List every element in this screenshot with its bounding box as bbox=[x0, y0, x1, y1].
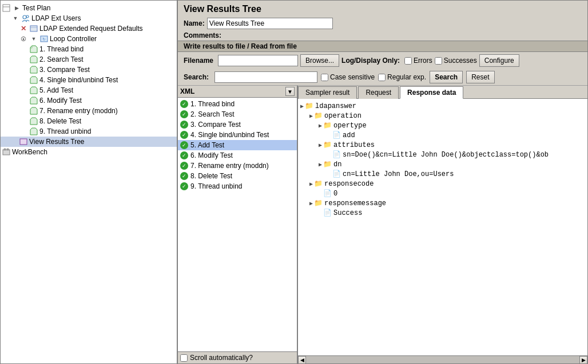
tree-item-single-bind[interactable]: 4. Single bind/unbind Test bbox=[1, 75, 177, 85]
result-tree-item-sn[interactable]: 📄 sn=Doe()&cn=Little John Doe()&objectcl… bbox=[300, 150, 585, 159]
xml-item-label: 9. Thread unbind bbox=[190, 182, 243, 190]
successes-checkbox-label[interactable]: Successes bbox=[435, 57, 477, 65]
browse-button[interactable]: Browse... bbox=[300, 54, 339, 67]
result-label: attributes bbox=[333, 141, 375, 149]
write-results-section: Write results to file / Read from file bbox=[178, 41, 587, 52]
configure-button[interactable]: Configure bbox=[479, 54, 519, 67]
search-button[interactable]: Search bbox=[430, 71, 463, 83]
result-label: dn bbox=[333, 161, 341, 169]
listener-icon bbox=[19, 137, 28, 146]
x-icon: ✕ bbox=[19, 24, 28, 33]
loop-icon: ↻ bbox=[39, 34, 49, 43]
check-icon: ✓ bbox=[180, 121, 188, 129]
xml-list-item[interactable]: ✓ 3. Compare Test bbox=[178, 119, 297, 130]
tab-response-data[interactable]: Response data bbox=[400, 86, 463, 99]
tree-item-add-test[interactable]: 5. Add Test bbox=[1, 85, 177, 95]
tab-sampler-result[interactable]: Sampler result bbox=[298, 86, 357, 99]
case-sensitive-label[interactable]: Case sensitive bbox=[321, 73, 375, 81]
tree-item-ldap-defaults[interactable]: ✕ LDAP Extended Request Defaults bbox=[1, 23, 177, 34]
successes-checkbox[interactable] bbox=[435, 57, 442, 65]
regular-exp-checkbox[interactable] bbox=[378, 74, 386, 81]
svg-rect-13 bbox=[7, 149, 9, 150]
doc-icon: 📄 bbox=[332, 150, 341, 159]
check-icon: ✓ bbox=[180, 151, 188, 159]
result-tree-item-add[interactable]: 📄 add bbox=[300, 130, 585, 140]
svg-rect-12 bbox=[4, 149, 6, 150]
xml-list-item[interactable]: ✓ 7. Rename entry (moddn) bbox=[178, 161, 297, 171]
svg-text:↻: ↻ bbox=[42, 37, 46, 41]
name-label: Name: bbox=[184, 19, 205, 27]
search-input[interactable] bbox=[214, 71, 317, 83]
doc-icon: 📄 bbox=[332, 131, 341, 139]
svg-rect-11 bbox=[3, 150, 10, 155]
result-tree-item-operation[interactable]: ▶ 📁 operation bbox=[300, 111, 585, 121]
errors-checkbox-label[interactable]: Errors bbox=[404, 57, 432, 65]
tree-item-workbench[interactable]: WorkBench bbox=[1, 147, 177, 157]
tree-item-thread-bind[interactable]: 1. Thread bind bbox=[1, 44, 177, 54]
result-label: sn=Doe()&cn=Little John Doe()&objectclas… bbox=[343, 151, 549, 159]
result-label: operation bbox=[324, 112, 361, 120]
result-tree-item-responsemessage[interactable]: ▶ 📁 responsemessage bbox=[300, 198, 585, 208]
config-icon bbox=[29, 24, 38, 33]
scroll-track[interactable] bbox=[306, 356, 579, 364]
xml-list-item[interactable]: ✓ 6. Modify Test bbox=[178, 150, 297, 161]
xml-panel: XML ▼ ✓ 1. Thread bind ✓ 2. Search Test … bbox=[178, 86, 298, 363]
result-tree-item-opertype[interactable]: ▶ 📁 opertype bbox=[300, 121, 585, 130]
result-tree-item-zero[interactable]: 📄 0 bbox=[300, 189, 585, 198]
svg-rect-4 bbox=[30, 26, 37, 31]
triangle-icon: ▶ bbox=[319, 122, 322, 129]
tree-item-thread-unbind[interactable]: 9. Thread unbind bbox=[1, 126, 177, 137]
tree-item-view-results-tree[interactable]: View Results Tree bbox=[1, 137, 177, 147]
tree-item-compare-test[interactable]: 3. Compare Test bbox=[1, 65, 177, 75]
xml-dropdown-arrow[interactable]: ▼ bbox=[285, 87, 295, 96]
folder-icon: 📁 bbox=[323, 121, 332, 130]
search-label: Search: bbox=[184, 73, 209, 81]
xml-list-item[interactable]: ✓ 2. Search Test bbox=[178, 109, 297, 119]
xml-item-label: 1. Thread bind bbox=[190, 100, 235, 108]
xml-list-item[interactable]: ✓ 8. Delete Test bbox=[178, 171, 297, 181]
tree-label: 9. Thread unbind bbox=[39, 127, 92, 135]
tab-request[interactable]: Request bbox=[358, 86, 399, 99]
sampler-icon bbox=[29, 106, 38, 115]
tree-item-ldap-ext-users[interactable]: ▼ LDAP Ext Users bbox=[1, 13, 177, 23]
name-row: Name: bbox=[178, 17, 587, 30]
xml-list-item-add-test[interactable]: ✓ 5. Add Test bbox=[178, 140, 297, 150]
comments-row: Comments: bbox=[178, 30, 587, 41]
sampler-icon bbox=[29, 127, 38, 136]
result-tree-item-attributes[interactable]: ▶ 📁 attributes bbox=[300, 140, 585, 150]
tree-item-modify-test[interactable]: 6. Modify Test bbox=[1, 95, 177, 106]
regular-exp-label[interactable]: Regular exp. bbox=[378, 73, 426, 81]
xml-list-item[interactable]: ✓ 1. Thread bind bbox=[178, 99, 297, 109]
tree-label: 8. Delete Test bbox=[39, 117, 81, 125]
tree-item-delete-test[interactable]: 8. Delete Test bbox=[1, 116, 177, 126]
svg-rect-0 bbox=[3, 5, 10, 11]
horizontal-scrollbar[interactable]: ◀ ▶ bbox=[298, 355, 587, 363]
tree-item-test-plan[interactable]: ▶ Test Plan bbox=[1, 3, 177, 13]
result-tree-item-cn[interactable]: 📄 cn=Little John Doe,ou=Users bbox=[300, 169, 585, 179]
result-tree-item-responsecode[interactable]: ▶ 📁 responsecode bbox=[300, 179, 585, 189]
sampler-icon bbox=[29, 117, 38, 126]
xml-list-item[interactable]: ✓ 9. Thread unbind bbox=[178, 181, 297, 191]
scroll-auto-checkbox[interactable] bbox=[180, 354, 188, 362]
scroll-left-btn[interactable]: ◀ bbox=[298, 356, 306, 364]
tree-item-loop-controller[interactable]: ⦿ ▼ ↻ Loop Controller bbox=[1, 34, 177, 44]
scroll-right-btn[interactable]: ▶ bbox=[579, 356, 587, 364]
result-tree-item-success[interactable]: 📄 Success bbox=[300, 208, 585, 218]
tree-item-rename-entry[interactable]: 7. Rename entry (moddn) bbox=[1, 106, 177, 116]
triangle-icon: ▶ bbox=[319, 161, 322, 168]
name-input[interactable] bbox=[207, 18, 333, 29]
pin-icon: ⦿ bbox=[19, 34, 28, 43]
result-tree-item-dn[interactable]: ▶ 📁 dn bbox=[300, 159, 585, 169]
xml-item-label: 4. Single bind/unbind Test bbox=[190, 131, 269, 139]
case-sensitive-checkbox[interactable] bbox=[321, 74, 328, 81]
xml-list-item[interactable]: ✓ 4. Single bind/unbind Test bbox=[178, 130, 297, 140]
check-icon: ✓ bbox=[180, 182, 188, 190]
result-tree-item-ldapanswer[interactable]: ▶ 📁 ldapanswer bbox=[300, 101, 585, 111]
tree-label: LDAP Extended Request Defaults bbox=[39, 25, 143, 33]
errors-checkbox[interactable] bbox=[404, 57, 412, 65]
sampler-icon bbox=[29, 45, 38, 54]
filename-input[interactable] bbox=[218, 55, 298, 66]
main-content: XML ▼ ✓ 1. Thread bind ✓ 2. Search Test … bbox=[178, 86, 587, 363]
tree-item-search-test[interactable]: 2. Search Test bbox=[1, 54, 177, 65]
reset-button[interactable]: Reset bbox=[466, 71, 494, 83]
